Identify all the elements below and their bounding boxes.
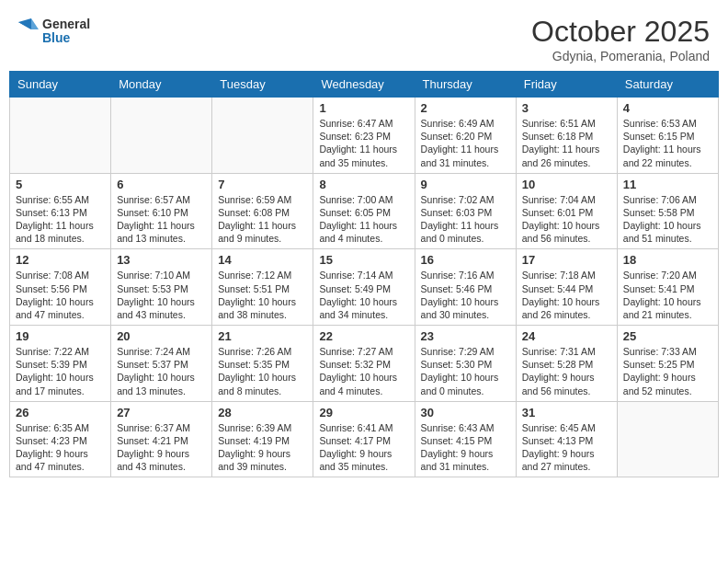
day-number: 29 [319, 406, 408, 419]
day-number: 23 [421, 329, 510, 343]
day-number: 31 [522, 406, 611, 419]
weekday-header-friday: Friday [516, 72, 617, 98]
day-cell: 2Sunrise: 6:49 AM Sunset: 6:20 PM Daylig… [415, 98, 516, 174]
day-number: 12 [16, 253, 105, 267]
day-info: Sunrise: 6:47 AM Sunset: 6:23 PM Dayligh… [319, 117, 408, 169]
weekday-header-monday: Monday [111, 72, 212, 98]
day-cell: 28Sunrise: 6:39 AM Sunset: 4:19 PM Dayli… [212, 401, 313, 477]
week-row-1: 1Sunrise: 6:47 AM Sunset: 6:23 PM Daylig… [10, 98, 719, 174]
day-cell [10, 98, 111, 174]
day-info: Sunrise: 7:27 AM Sunset: 5:32 PM Dayligh… [319, 345, 408, 397]
day-number: 7 [218, 178, 307, 191]
day-number: 28 [218, 406, 307, 419]
day-cell: 18Sunrise: 7:20 AM Sunset: 5:41 PM Dayli… [617, 249, 718, 326]
day-cell: 20Sunrise: 7:24 AM Sunset: 5:37 PM Dayli… [111, 326, 212, 402]
day-cell: 6Sunrise: 6:57 AM Sunset: 6:10 PM Daylig… [111, 173, 212, 249]
day-cell: 12Sunrise: 7:08 AM Sunset: 5:56 PM Dayli… [10, 249, 111, 326]
day-cell: 27Sunrise: 6:37 AM Sunset: 4:21 PM Dayli… [111, 401, 212, 477]
weekday-row: SundayMondayTuesdayWednesdayThursdayFrid… [10, 72, 719, 98]
day-info: Sunrise: 6:37 AM Sunset: 4:21 PM Dayligh… [117, 421, 206, 474]
day-info: Sunrise: 6:41 AM Sunset: 4:17 PM Dayligh… [319, 421, 408, 474]
day-number: 8 [319, 178, 408, 191]
title-block: October 2025 Gdynia, Pomerania, Poland [531, 15, 710, 63]
day-info: Sunrise: 6:59 AM Sunset: 6:08 PM Dayligh… [218, 193, 307, 246]
day-info: Sunrise: 6:35 AM Sunset: 4:23 PM Dayligh… [16, 421, 105, 474]
logo-general: General [42, 17, 90, 31]
logo-blue: Blue [42, 31, 90, 45]
day-info: Sunrise: 7:08 AM Sunset: 5:56 PM Dayligh… [16, 269, 105, 321]
day-number: 15 [319, 253, 408, 267]
day-cell: 11Sunrise: 7:06 AM Sunset: 5:58 PM Dayli… [617, 173, 718, 249]
day-number: 26 [16, 406, 105, 419]
header: General Blue October 2025 Gdynia, Pomera… [0, 0, 728, 71]
day-number: 22 [319, 329, 408, 343]
day-number: 25 [623, 329, 712, 343]
day-number: 5 [16, 178, 105, 191]
day-info: Sunrise: 7:14 AM Sunset: 5:49 PM Dayligh… [319, 269, 408, 321]
day-cell: 31Sunrise: 6:45 AM Sunset: 4:13 PM Dayli… [516, 401, 617, 477]
day-info: Sunrise: 7:06 AM Sunset: 5:58 PM Dayligh… [623, 193, 712, 246]
weekday-header-saturday: Saturday [617, 72, 718, 98]
weekday-header-sunday: Sunday [10, 72, 111, 98]
logo: General Blue [18, 15, 90, 48]
day-number: 10 [522, 178, 611, 191]
day-cell [212, 98, 313, 174]
month-title: October 2025 [531, 15, 710, 49]
day-cell: 21Sunrise: 7:26 AM Sunset: 5:35 PM Dayli… [212, 326, 313, 402]
day-info: Sunrise: 6:51 AM Sunset: 6:18 PM Dayligh… [522, 117, 611, 169]
day-number: 18 [623, 253, 712, 267]
day-info: Sunrise: 7:12 AM Sunset: 5:51 PM Dayligh… [218, 269, 307, 321]
day-number: 13 [117, 253, 206, 267]
day-number: 16 [421, 253, 510, 267]
day-number: 21 [218, 329, 307, 343]
day-number: 14 [218, 253, 307, 267]
day-cell: 23Sunrise: 7:29 AM Sunset: 5:30 PM Dayli… [415, 326, 516, 402]
day-cell: 25Sunrise: 7:33 AM Sunset: 5:25 PM Dayli… [617, 326, 718, 402]
day-number: 2 [421, 101, 510, 115]
logo-graphic: General Blue [18, 15, 90, 48]
day-cell: 4Sunrise: 6:53 AM Sunset: 6:15 PM Daylig… [617, 98, 718, 174]
day-number: 6 [117, 178, 206, 191]
calendar-table: SundayMondayTuesdayWednesdayThursdayFrid… [9, 71, 719, 477]
day-number: 3 [522, 101, 611, 115]
location-subtitle: Gdynia, Pomerania, Poland [531, 49, 710, 63]
day-cell: 16Sunrise: 7:16 AM Sunset: 5:46 PM Dayli… [415, 249, 516, 326]
day-info: Sunrise: 7:18 AM Sunset: 5:44 PM Dayligh… [522, 269, 611, 321]
day-info: Sunrise: 7:10 AM Sunset: 5:53 PM Dayligh… [117, 269, 206, 321]
day-cell: 7Sunrise: 6:59 AM Sunset: 6:08 PM Daylig… [212, 173, 313, 249]
day-cell: 30Sunrise: 6:43 AM Sunset: 4:15 PM Dayli… [415, 401, 516, 477]
day-cell: 8Sunrise: 7:00 AM Sunset: 6:05 PM Daylig… [313, 173, 415, 249]
day-info: Sunrise: 7:33 AM Sunset: 5:25 PM Dayligh… [623, 345, 712, 397]
day-cell: 24Sunrise: 7:31 AM Sunset: 5:28 PM Dayli… [516, 326, 617, 402]
day-info: Sunrise: 7:16 AM Sunset: 5:46 PM Dayligh… [421, 269, 510, 321]
day-info: Sunrise: 6:39 AM Sunset: 4:19 PM Dayligh… [218, 421, 307, 474]
day-info: Sunrise: 7:20 AM Sunset: 5:41 PM Dayligh… [623, 269, 712, 321]
day-cell: 14Sunrise: 7:12 AM Sunset: 5:51 PM Dayli… [212, 249, 313, 326]
day-info: Sunrise: 6:53 AM Sunset: 6:15 PM Dayligh… [623, 117, 712, 169]
logo-bird-icon [18, 15, 39, 48]
day-info: Sunrise: 7:22 AM Sunset: 5:39 PM Dayligh… [16, 345, 105, 397]
day-cell: 17Sunrise: 7:18 AM Sunset: 5:44 PM Dayli… [516, 249, 617, 326]
day-cell: 15Sunrise: 7:14 AM Sunset: 5:49 PM Dayli… [313, 249, 415, 326]
day-info: Sunrise: 7:31 AM Sunset: 5:28 PM Dayligh… [522, 345, 611, 397]
weekday-header-tuesday: Tuesday [212, 72, 313, 98]
day-number: 17 [522, 253, 611, 267]
day-info: Sunrise: 6:49 AM Sunset: 6:20 PM Dayligh… [421, 117, 510, 169]
day-cell [617, 401, 718, 477]
day-number: 11 [623, 178, 712, 191]
calendar-wrapper: SundayMondayTuesdayWednesdayThursdayFrid… [0, 71, 728, 487]
calendar-header: SundayMondayTuesdayWednesdayThursdayFrid… [10, 72, 719, 98]
day-info: Sunrise: 6:45 AM Sunset: 4:13 PM Dayligh… [522, 421, 611, 474]
day-number: 9 [421, 178, 510, 191]
week-row-2: 5Sunrise: 6:55 AM Sunset: 6:13 PM Daylig… [10, 173, 719, 249]
day-number: 24 [522, 329, 611, 343]
day-info: Sunrise: 7:02 AM Sunset: 6:03 PM Dayligh… [421, 193, 510, 246]
day-number: 27 [117, 406, 206, 419]
day-number: 1 [319, 101, 408, 115]
day-number: 19 [16, 329, 105, 343]
week-row-3: 12Sunrise: 7:08 AM Sunset: 5:56 PM Dayli… [10, 249, 719, 326]
day-cell: 5Sunrise: 6:55 AM Sunset: 6:13 PM Daylig… [10, 173, 111, 249]
day-number: 20 [117, 329, 206, 343]
day-info: Sunrise: 7:26 AM Sunset: 5:35 PM Dayligh… [218, 345, 307, 397]
day-number: 30 [421, 406, 510, 419]
